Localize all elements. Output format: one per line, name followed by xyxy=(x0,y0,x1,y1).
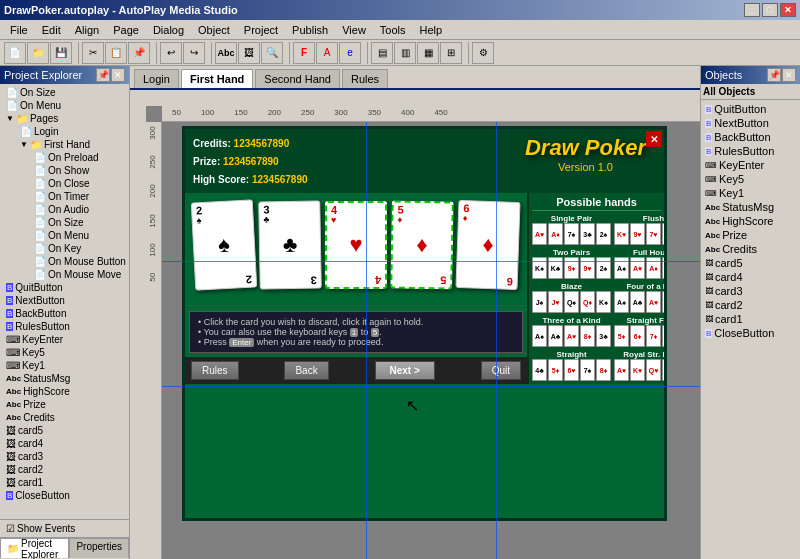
tree-item-highscore[interactable]: AbcHighScore xyxy=(2,385,127,398)
tb-ie[interactable]: e xyxy=(339,42,361,64)
tree-item-key1[interactable]: ⌨Key1 xyxy=(2,359,127,372)
properties-tab[interactable]: Properties xyxy=(69,538,129,558)
tb-cut[interactable]: ✂ xyxy=(82,42,104,64)
game-close-button[interactable]: ✕ xyxy=(646,131,662,147)
close-button[interactable]: ✕ xyxy=(780,3,796,17)
panel-close-icon[interactable]: ✕ xyxy=(111,68,125,82)
tree-item-onshow[interactable]: 📄On Show xyxy=(2,164,127,177)
tb-text[interactable]: Abc xyxy=(215,42,237,64)
menu-file[interactable]: File xyxy=(4,22,34,38)
tab-rules[interactable]: Rules xyxy=(342,69,388,88)
tb-align-r[interactable]: ▦ xyxy=(417,42,439,64)
menu-view[interactable]: View xyxy=(336,22,372,38)
obj-key1[interactable]: ⌨Key1 xyxy=(703,186,798,200)
tree-item-onclose[interactable]: 📄On Close xyxy=(2,177,127,190)
tb-flash[interactable]: F xyxy=(293,42,315,64)
tree-item-ontimer[interactable]: 📄On Timer xyxy=(2,190,127,203)
tree-item-prize[interactable]: AbcPrize xyxy=(2,398,127,411)
objects-close-icon[interactable]: ✕ xyxy=(782,68,796,82)
menu-tools[interactable]: Tools xyxy=(374,22,412,38)
show-events-toggle[interactable]: ☑Show Events xyxy=(0,523,81,534)
tree-item-onmousemove[interactable]: 📄On Mouse Move xyxy=(2,268,127,281)
menu-edit[interactable]: Edit xyxy=(36,22,67,38)
tree-item-card1[interactable]: 🖼card1 xyxy=(2,476,127,489)
tb-acrobat[interactable]: A xyxy=(316,42,338,64)
menu-align[interactable]: Align xyxy=(69,22,105,38)
tree-item-firsthand[interactable]: ▼📁First Hand xyxy=(2,138,127,151)
tree-item-onsize2[interactable]: 📄On Size xyxy=(2,216,127,229)
maximize-button[interactable]: □ xyxy=(762,3,778,17)
tree-item-onpreload[interactable]: 📄On Preload xyxy=(2,151,127,164)
tree-item-closebtn[interactable]: BCloseButton xyxy=(2,489,127,502)
card-1[interactable]: 2 ♠ ♠ 2 xyxy=(191,199,258,290)
obj-card5[interactable]: 🖼card5 xyxy=(703,256,798,270)
menu-help[interactable]: Help xyxy=(414,22,449,38)
obj-closebutton[interactable]: BCloseButton xyxy=(703,326,798,340)
tb-new[interactable]: 📄 xyxy=(4,42,26,64)
tb-image[interactable]: 🖼 xyxy=(238,42,260,64)
minimize-button[interactable]: _ xyxy=(744,3,760,17)
tb-settings[interactable]: ⚙ xyxy=(472,42,494,64)
menu-object[interactable]: Object xyxy=(192,22,236,38)
rules-button[interactable]: Rules xyxy=(191,361,239,380)
objects-pin-button[interactable]: 📌 xyxy=(767,68,781,82)
card-2[interactable]: 3 ♣ ♣ 3 xyxy=(258,200,322,289)
obj-rulesbutton[interactable]: BRulesButton xyxy=(703,144,798,158)
tree-item-rulesbtn[interactable]: BRulesButton xyxy=(2,320,127,333)
tab-login[interactable]: Login xyxy=(134,69,179,88)
tb-dist[interactable]: ⊞ xyxy=(440,42,462,64)
tab-firsthand[interactable]: First Hand xyxy=(181,69,253,88)
card-4[interactable]: 5 ♦ ♦ 5 xyxy=(390,200,454,289)
tree-item-backbtn[interactable]: BBackButton xyxy=(2,307,127,320)
tb-undo[interactable]: ↩ xyxy=(160,42,182,64)
tb-paste[interactable]: 📌 xyxy=(128,42,150,64)
obj-card1[interactable]: 🖼card1 xyxy=(703,312,798,326)
obj-quitbutton[interactable]: BQuitButton xyxy=(703,102,798,116)
tb-redo[interactable]: ↪ xyxy=(183,42,205,64)
obj-statusmsg[interactable]: AbcStatusMsg xyxy=(703,200,798,214)
tb-save[interactable]: 💾 xyxy=(50,42,72,64)
tb-align-l[interactable]: ▤ xyxy=(371,42,393,64)
tree-item-key5[interactable]: ⌨Key5 xyxy=(2,346,127,359)
menu-publish[interactable]: Publish xyxy=(286,22,334,38)
obj-prize[interactable]: AbcPrize xyxy=(703,228,798,242)
next-button[interactable]: Next > xyxy=(375,361,435,380)
tb-open[interactable]: 📁 xyxy=(27,42,49,64)
tree-item-card3[interactable]: 🖼card3 xyxy=(2,450,127,463)
tab-secondhand[interactable]: Second Hand xyxy=(255,69,340,88)
tree-item-onmenu2[interactable]: 📄On Menu xyxy=(2,229,127,242)
obj-keyenter[interactable]: ⌨KeyEnter xyxy=(703,158,798,172)
obj-key5[interactable]: ⌨Key5 xyxy=(703,172,798,186)
panel-pin-button[interactable]: 📌 xyxy=(96,68,110,82)
tree-item-card4[interactable]: 🖼card4 xyxy=(2,437,127,450)
obj-card3[interactable]: 🖼card3 xyxy=(703,284,798,298)
back-button[interactable]: Back xyxy=(284,361,328,380)
tree-item-onkey[interactable]: 📄On Key xyxy=(2,242,127,255)
card-3[interactable]: 4 ♥ ♥ 4 xyxy=(325,201,387,289)
tree-item-onmousebtn[interactable]: 📄On Mouse Button xyxy=(2,255,127,268)
tree-item-quitbtn[interactable]: BQuitButton xyxy=(2,281,127,294)
card-5[interactable]: 6 ♦ ♦ 6 xyxy=(455,200,520,290)
tree-item-login[interactable]: 📄Login xyxy=(2,125,127,138)
tree-item-card5[interactable]: 🖼card5 xyxy=(2,424,127,437)
tree-item-keyenter[interactable]: ⌨KeyEnter xyxy=(2,333,127,346)
tree-item-onmenu[interactable]: 📄On Menu xyxy=(2,99,127,112)
tree-item-nextbtn[interactable]: BNextButton xyxy=(2,294,127,307)
obj-credits[interactable]: AbcCredits xyxy=(703,242,798,256)
obj-backbutton[interactable]: BBackButton xyxy=(703,130,798,144)
project-explorer-tab[interactable]: 📁 Project Explorer xyxy=(0,538,69,558)
tree-item-statusmsg[interactable]: AbcStatusMsg xyxy=(2,372,127,385)
obj-card2[interactable]: 🖼card2 xyxy=(703,298,798,312)
menu-project[interactable]: Project xyxy=(238,22,284,38)
quit-button[interactable]: Quit xyxy=(481,361,521,380)
tb-copy[interactable]: 📋 xyxy=(105,42,127,64)
tree-item-card2[interactable]: 🖼card2 xyxy=(2,463,127,476)
tree-item-pages[interactable]: ▼📁Pages xyxy=(2,112,127,125)
obj-highscore[interactable]: AbcHighScore xyxy=(703,214,798,228)
tree-item-onsize[interactable]: 📄On Size xyxy=(2,86,127,99)
obj-card4[interactable]: 🖼card4 xyxy=(703,270,798,284)
tree-item-credits[interactable]: AbcCredits xyxy=(2,411,127,424)
obj-nextbutton[interactable]: BNextButton xyxy=(703,116,798,130)
menu-dialog[interactable]: Dialog xyxy=(147,22,190,38)
tb-zoom[interactable]: 🔍 xyxy=(261,42,283,64)
